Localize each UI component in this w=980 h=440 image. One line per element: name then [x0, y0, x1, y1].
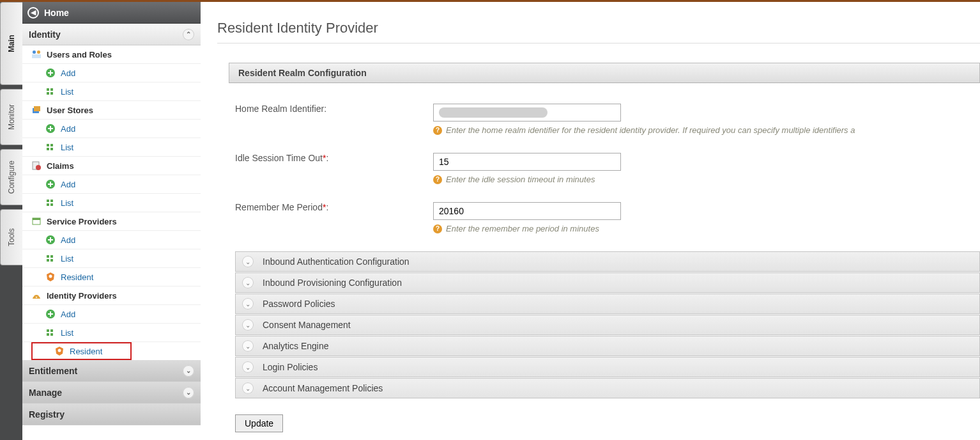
list-icon [45, 86, 56, 97]
left-tab-rail: Main Monitor Configure Tools [0, 2, 22, 440]
accordion-consent-label: Consent Management [263, 320, 351, 330]
nav-idp-add[interactable]: Add [22, 305, 201, 324]
tab-configure[interactable]: Configure [0, 149, 22, 205]
nav-sp-resident[interactable]: Resident [22, 268, 201, 287]
svg-rect-6 [47, 88, 49, 91]
add-icon [45, 235, 56, 245]
accordion-inbound-prov[interactable]: ⌄Inbound Provisioning Configuration [235, 272, 980, 293]
remember-me-input[interactable] [433, 202, 621, 220]
hint-idle-timeout: ? Enter the idle session timeout in minu… [433, 175, 980, 184]
list-icon [45, 142, 56, 152]
svg-rect-44 [50, 333, 53, 336]
list-icon [45, 198, 56, 208]
list-icon [45, 327, 56, 338]
chevron-down-icon: ⌄ [242, 277, 254, 288]
chevron-down-icon: ⌄ [242, 298, 254, 310]
claims-icon [31, 161, 42, 171]
svg-rect-16 [50, 144, 53, 146]
store-icon [31, 105, 42, 115]
svg-rect-2 [32, 54, 41, 58]
section-entitlement[interactable]: Entitlement ⌄ [22, 360, 201, 382]
svg-rect-29 [33, 218, 40, 220]
svg-point-20 [36, 165, 41, 170]
panel-realm-config: Resident Realm Configuration [229, 63, 980, 83]
svg-point-37 [49, 275, 52, 278]
home-realm-input[interactable] [433, 104, 621, 122]
svg-rect-32 [48, 239, 53, 240]
accordion-inbound-auth[interactable]: ⌄Inbound Authentication Configuration [235, 251, 980, 272]
svg-rect-17 [47, 148, 49, 150]
tab-configure-label: Configure [7, 161, 16, 194]
tab-tools[interactable]: Tools [0, 209, 22, 265]
tab-tools-label: Tools [7, 228, 16, 246]
nav-sp-add[interactable]: Add [22, 231, 201, 249]
svg-point-45 [58, 349, 61, 352]
accordion-login[interactable]: ⌄Login Policies [235, 357, 980, 377]
row-remember-me: Remember Me Period*: ? Enter the remembe… [217, 196, 980, 233]
svg-rect-11 [34, 106, 40, 111]
accordion-inbound-auth-label: Inbound Authentication Configuration [263, 256, 410, 267]
tab-monitor[interactable]: Monitor [0, 89, 22, 145]
accordion-group: ⌄Inbound Authentication Configuration ⌄I… [235, 251, 980, 398]
nav-service-providers[interactable]: Service Providers [22, 212, 201, 231]
redacted-value [439, 107, 547, 118]
chevron-down-icon: ⌄ [183, 387, 194, 398]
accordion-account-label: Account Management Policies [263, 383, 383, 393]
nav-user-stores-add[interactable]: Add [22, 120, 201, 138]
section-manage[interactable]: Manage ⌄ [22, 382, 201, 404]
svg-rect-41 [47, 329, 49, 332]
nav-user-stores-list[interactable]: List [22, 138, 201, 157]
svg-rect-27 [50, 203, 53, 206]
row-idle-timeout: Idle Session Time Out*: ? Enter the idle… [217, 146, 980, 184]
nav-claims-list[interactable]: List [22, 194, 201, 212]
chevron-down-icon: ⌄ [242, 361, 254, 373]
page-title: Resident Identity Provider [217, 2, 980, 43]
idle-timeout-input[interactable] [433, 153, 621, 171]
nav-identity-providers[interactable]: Identity Providers [22, 287, 201, 305]
section-identity[interactable]: Identity ⌃ [22, 24, 201, 45]
chevron-down-icon: ⌄ [242, 340, 254, 352]
hint-home-realm: ? Enter the home realm identifier for th… [433, 125, 980, 135]
accordion-analytics[interactable]: ⌄Analytics Engine [235, 336, 980, 356]
accordion-account[interactable]: ⌄Account Management Policies [235, 378, 980, 398]
svg-rect-5 [48, 72, 53, 74]
update-button[interactable]: Update [235, 414, 283, 432]
add-icon [45, 179, 56, 189]
add-icon [45, 123, 56, 134]
label-remember-me: Remember Me Period*: [235, 202, 433, 233]
users-icon [31, 49, 42, 59]
accordion-inbound-prov-label: Inbound Provisioning Configuration [263, 278, 402, 288]
home-crumb: ◀ Home [22, 2, 201, 24]
section-registry-label: Registry [29, 409, 65, 420]
nav-idp-resident[interactable]: Resident [31, 342, 132, 360]
nav-users-roles[interactable]: Users and Roles [22, 45, 201, 64]
add-icon [45, 68, 56, 78]
chevron-up-icon: ⌃ [183, 29, 194, 40]
nav-claims-add[interactable]: Add [22, 175, 201, 194]
accordion-consent[interactable]: ⌄Consent Management [235, 315, 980, 335]
svg-rect-33 [47, 255, 49, 258]
nav-users-roles-list[interactable]: List [22, 82, 201, 101]
tab-main[interactable]: Main [0, 2, 22, 85]
back-icon[interactable]: ◀ [27, 7, 39, 19]
nav-user-stores[interactable]: User Stores [22, 101, 201, 120]
chevron-down-icon: ⌄ [242, 382, 254, 394]
svg-rect-35 [47, 259, 49, 262]
section-identity-label: Identity [29, 29, 61, 40]
section-registry[interactable]: Registry ⌄ [22, 404, 201, 425]
sidebar: ◀ Home Identity ⌃ Users and Roles Add Li… [22, 2, 201, 440]
accordion-login-label: Login Policies [263, 362, 318, 372]
list-icon [45, 253, 56, 263]
accordion-password[interactable]: ⌄Password Policies [235, 294, 980, 314]
nav-sp-list[interactable]: List [22, 249, 201, 268]
nav-claims[interactable]: Claims [22, 157, 201, 175]
add-icon [45, 309, 56, 319]
svg-rect-7 [50, 88, 53, 91]
nav-users-roles-add[interactable]: Add [22, 64, 201, 82]
section-entitlement-label: Entitlement [29, 366, 77, 376]
svg-rect-14 [48, 128, 53, 129]
tab-main-label: Main [7, 35, 16, 52]
nav-idp-list[interactable]: List [22, 324, 201, 342]
identity-provider-icon [31, 290, 42, 301]
shield-icon [45, 272, 56, 282]
